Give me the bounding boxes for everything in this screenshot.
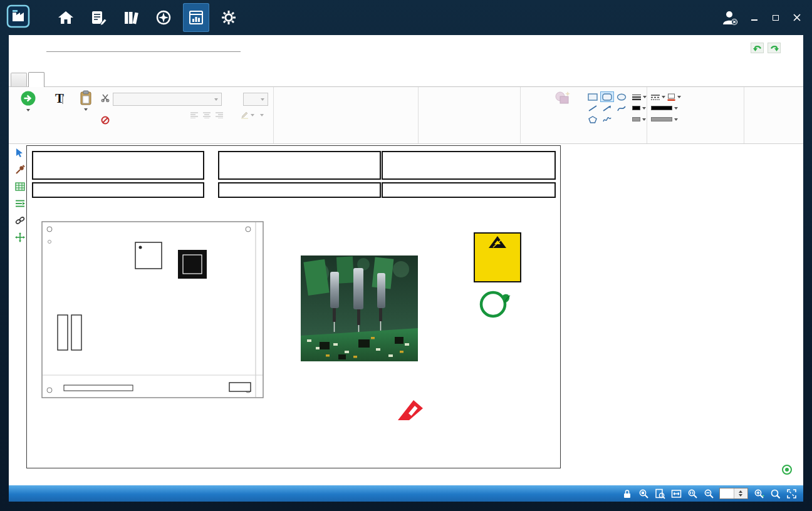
nav-forms-icon[interactable] bbox=[85, 3, 112, 32]
tab-drawing-tools[interactable] bbox=[28, 72, 44, 87]
align-left-icon bbox=[190, 112, 198, 118]
subscript-button[interactable] bbox=[164, 110, 176, 121]
zoom-spinner-arrows[interactable] bbox=[734, 488, 748, 498]
superscript-button[interactable] bbox=[152, 110, 164, 121]
magnifier-icon[interactable] bbox=[769, 488, 781, 499]
esd-triangle-icon bbox=[488, 235, 507, 249]
pcb-drawing bbox=[41, 221, 264, 398]
esd-warning-label[interactable] bbox=[474, 232, 521, 282]
nav-templates-icon[interactable] bbox=[183, 3, 209, 32]
label-batch-name[interactable] bbox=[382, 182, 556, 198]
label-assembly-name-revision[interactable] bbox=[32, 182, 204, 198]
ribbon-group-alignment bbox=[419, 87, 521, 143]
aegis-logo[interactable] bbox=[394, 399, 529, 424]
minimize-button[interactable] bbox=[748, 11, 761, 24]
align-left-button[interactable] bbox=[188, 110, 200, 121]
nav-navigator-icon[interactable] bbox=[150, 3, 177, 32]
nav-home-icon[interactable] bbox=[53, 3, 79, 32]
pcb-drawing-object[interactable] bbox=[41, 221, 264, 398]
ribbon-tabs bbox=[9, 73, 803, 87]
format-clear-button[interactable] bbox=[99, 115, 111, 126]
leadfree-icon bbox=[477, 289, 513, 321]
zoom-level-spinner[interactable] bbox=[719, 488, 748, 499]
close-icon bbox=[793, 14, 801, 21]
cut-button[interactable] bbox=[99, 92, 111, 103]
font-size-combo[interactable] bbox=[243, 93, 268, 106]
redo-icon bbox=[770, 44, 779, 52]
align-tool-icon[interactable] bbox=[14, 199, 26, 209]
fit-screen-icon[interactable] bbox=[786, 488, 797, 499]
titlebar bbox=[0, 0, 812, 35]
font-name-combo[interactable] bbox=[113, 93, 222, 106]
ribbon: T bbox=[9, 87, 803, 144]
underline-button[interactable] bbox=[139, 110, 151, 121]
label-current-operation[interactable] bbox=[218, 182, 381, 198]
tab-template[interactable] bbox=[11, 73, 27, 86]
minimize-icon bbox=[751, 19, 757, 21]
insert-button[interactable] bbox=[15, 90, 41, 111]
ribbon-group-misc bbox=[647, 87, 744, 143]
nav-library-icon[interactable] bbox=[118, 3, 144, 32]
align-right-icon bbox=[216, 112, 223, 118]
factorylogix-logo-icon bbox=[6, 4, 30, 31]
aegis-flag-icon bbox=[397, 399, 424, 423]
leadfree-logo[interactable] bbox=[474, 289, 516, 330]
assembly-photo-object[interactable] bbox=[301, 256, 418, 361]
canvas-overview-toggle[interactable] bbox=[782, 465, 792, 475]
italic-button[interactable] bbox=[127, 110, 138, 121]
eyedropper-tool-icon[interactable] bbox=[14, 165, 26, 175]
close-button[interactable] bbox=[791, 11, 803, 24]
maximize-button[interactable] bbox=[769, 11, 782, 24]
highlight-color-button[interactable] bbox=[239, 110, 256, 120]
factorylogix-window: T bbox=[0, 0, 812, 511]
paste-icon bbox=[79, 90, 93, 106]
maximize-icon bbox=[773, 15, 779, 21]
undo-button[interactable] bbox=[751, 43, 764, 53]
lock-view-icon[interactable] bbox=[622, 488, 633, 499]
field-assembly-name-revision[interactable] bbox=[32, 151, 204, 180]
app-name bbox=[36, 9, 36, 27]
font-color-button[interactable] bbox=[257, 110, 265, 120]
field-batch-name[interactable] bbox=[382, 151, 556, 180]
zoom-selection-icon[interactable] bbox=[638, 488, 649, 499]
anchor-tool-icon[interactable] bbox=[14, 215, 26, 225]
insert-text-icon: T bbox=[50, 90, 65, 106]
template-editor: T bbox=[9, 35, 803, 485]
titlebar-right bbox=[721, 11, 803, 24]
insert-icon bbox=[20, 90, 36, 106]
no-symbol-icon bbox=[101, 116, 110, 125]
spinner-up-icon[interactable] bbox=[739, 490, 742, 493]
select-tool-icon[interactable] bbox=[14, 148, 26, 158]
spinner-down-icon[interactable] bbox=[739, 494, 742, 497]
ribbon-group-printing bbox=[521, 87, 647, 143]
ribbon-group-drawing bbox=[274, 87, 419, 143]
template-title-field[interactable] bbox=[46, 50, 241, 52]
insert-text-button[interactable]: T bbox=[44, 90, 71, 109]
strikethrough-button[interactable] bbox=[227, 110, 239, 121]
zoom-100-icon[interactable] bbox=[687, 488, 698, 499]
zoom-in-icon[interactable] bbox=[753, 488, 764, 499]
design-canvas[interactable] bbox=[26, 145, 561, 468]
fit-page-icon[interactable] bbox=[654, 488, 665, 499]
nav-settings-icon[interactable] bbox=[216, 3, 242, 32]
green-dot-icon bbox=[785, 468, 789, 472]
user-account-icon[interactable] bbox=[721, 11, 739, 24]
redo-button[interactable] bbox=[768, 43, 781, 53]
history-buttons bbox=[751, 43, 781, 53]
assembly-photo bbox=[301, 256, 418, 361]
main-navigation bbox=[53, 3, 242, 32]
zoom-out-icon[interactable] bbox=[703, 488, 714, 499]
move-tool-icon[interactable] bbox=[14, 232, 26, 242]
field-operation[interactable] bbox=[218, 151, 381, 180]
grid-tool-icon[interactable] bbox=[14, 182, 26, 192]
app-logo bbox=[6, 4, 36, 31]
fit-width-icon[interactable] bbox=[670, 488, 682, 499]
align-right-button[interactable] bbox=[213, 110, 225, 121]
align-center-button[interactable] bbox=[200, 110, 212, 121]
statusbar bbox=[9, 485, 803, 502]
highlighter-icon bbox=[241, 111, 249, 119]
ribbon-group-text: T bbox=[10, 87, 274, 143]
bold-button[interactable] bbox=[114, 110, 126, 121]
align-center-icon bbox=[203, 112, 211, 118]
paste-button[interactable] bbox=[74, 90, 98, 111]
